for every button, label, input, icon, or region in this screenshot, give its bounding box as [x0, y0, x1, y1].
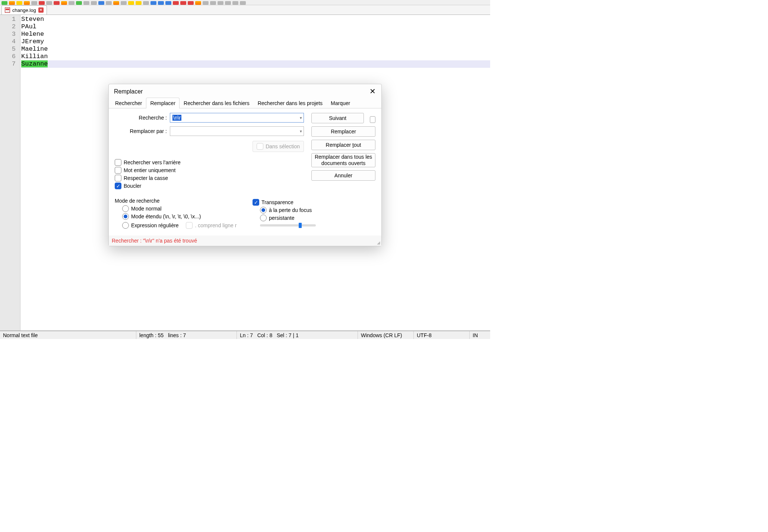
match-case-checkbox[interactable]: Respecter la casse: [115, 175, 304, 181]
replace-dialog: Remplacer ✕ RechercherRemplacerRecherche…: [108, 84, 382, 246]
toolbar-icon[interactable]: [158, 1, 164, 5]
transparency-group: Transparence à la perte du focus persist…: [253, 198, 375, 231]
checkbox-icon: [186, 222, 193, 229]
toolbar-icon[interactable]: [69, 1, 74, 5]
toolbar-icon[interactable]: [46, 1, 52, 5]
file-tab[interactable]: change.log ×: [1, 5, 47, 15]
replace-input[interactable]: ▾: [170, 126, 304, 136]
chevron-down-icon[interactable]: ▾: [300, 129, 302, 134]
checkbox-icon: [253, 199, 259, 206]
dialog-tabs: RechercherRemplacerRechercher dans les f…: [109, 98, 381, 108]
toolbar-icon[interactable]: [195, 1, 201, 5]
close-icon[interactable]: ✕: [369, 88, 376, 95]
editor-line[interactable]: Steven: [21, 16, 490, 23]
dialog-tab-rechercher[interactable]: Rechercher: [111, 98, 146, 108]
checkbox-icon: [115, 183, 121, 189]
replace-all-button[interactable]: Remplacer tout: [311, 140, 375, 150]
replace-button[interactable]: Remplacer: [311, 126, 375, 137]
dialog-status: Rechercher : "\n\r" n'a pas été trouvé ◢: [109, 235, 381, 246]
transparency-slider[interactable]: [260, 224, 316, 227]
checkbox-icon: [115, 175, 121, 181]
cancel-button[interactable]: Annuler: [311, 170, 375, 181]
radio-icon: [122, 205, 129, 212]
transparency-persistent-radio[interactable]: persistante: [260, 215, 375, 221]
toolbar-icon[interactable]: [240, 1, 246, 5]
dialog-tab-marquer[interactable]: Marquer: [327, 98, 354, 108]
toolbar-icon[interactable]: [210, 1, 216, 5]
toolbar-icon[interactable]: [136, 1, 142, 5]
dialog-body: Recherche : \n\r ▾ Remplacer par : ▾: [109, 108, 381, 235]
toolbar-icon[interactable]: [165, 1, 171, 5]
editor-line[interactable]: Helene: [21, 31, 490, 38]
dialog-header: Remplacer ✕: [109, 84, 381, 98]
find-next-button[interactable]: Suivant: [311, 113, 364, 123]
replace-all-docs-button[interactable]: Remplacer dans tous les documents ouvert…: [311, 153, 375, 167]
mode-regex-radio[interactable]: Expression régulière . comprend ligne r: [122, 221, 238, 230]
close-icon[interactable]: ×: [38, 7, 44, 13]
slider-thumb-icon[interactable]: [299, 223, 302, 228]
dialog-tab-rechercher-dans-les-projets[interactable]: Rechercher dans les projets: [254, 98, 327, 108]
chevron-down-icon[interactable]: ▾: [300, 115, 302, 120]
toolbar-icon[interactable]: [16, 1, 22, 5]
status-bar: Normal text file length : 55 lines : 7 L…: [0, 331, 490, 339]
dialog-tab-rechercher-dans-les-fichiers[interactable]: Rechercher dans les fichiers: [180, 98, 254, 108]
toolbar-icon[interactable]: [83, 1, 89, 5]
tab-filename: change.log: [12, 7, 36, 13]
search-value: \n\r: [172, 115, 181, 121]
search-mode-group: Mode de recherche Mode normal Mode étend…: [115, 198, 238, 231]
mode-extended-radio[interactable]: Mode étendu (\n, \r, \t, \0, \x...): [122, 213, 238, 220]
toolbar-icon[interactable]: [113, 1, 119, 5]
toolbar-icon[interactable]: [150, 1, 156, 5]
toolbar-icon[interactable]: [31, 1, 37, 5]
toolbar-icon[interactable]: [128, 1, 134, 5]
wrap-checkbox[interactable]: Boucler: [115, 183, 304, 189]
toolbar-icon[interactable]: [1, 1, 7, 5]
toolbar-icon[interactable]: [61, 1, 67, 5]
tab-bar: change.log ×: [0, 5, 490, 15]
toolbar-icon[interactable]: [232, 1, 238, 5]
toolbar-icon[interactable]: [225, 1, 231, 5]
editor-line[interactable]: Suzanne: [21, 60, 490, 68]
toolbar-icon[interactable]: [24, 1, 30, 5]
find-next-option-checkbox[interactable]: [370, 116, 375, 123]
editor-line[interactable]: JEremy: [21, 38, 490, 45]
transparency-focus-radio[interactable]: à la perte du focus: [260, 207, 375, 213]
toolbar-icon[interactable]: [54, 1, 60, 5]
toolbar-icon[interactable]: [188, 1, 194, 5]
search-mode-label: Mode de recherche: [115, 198, 238, 204]
status-encoding[interactable]: UTF-8: [413, 331, 469, 339]
toolbar-icon[interactable]: [106, 1, 112, 5]
radio-icon: [122, 222, 129, 229]
toolbar-icon[interactable]: [180, 1, 186, 5]
editor-line[interactable]: PAul: [21, 23, 490, 31]
toolbar-icon[interactable]: [173, 1, 179, 5]
toolbar-icon[interactable]: [39, 1, 45, 5]
toolbar-icon[interactable]: [76, 1, 82, 5]
status-filetype: Normal text file: [0, 331, 136, 339]
toolbar-icon[interactable]: [91, 1, 97, 5]
backward-checkbox[interactable]: Rechercher vers l'arrière: [115, 159, 304, 166]
replace-label: Remplacer par :: [115, 128, 167, 134]
toolbar-icon[interactable]: [143, 1, 149, 5]
radio-icon: [122, 213, 129, 220]
toolbar-icon[interactable]: [218, 1, 223, 5]
status-length: length : 55 lines : 7: [136, 331, 237, 339]
resize-grip-icon[interactable]: ◢: [377, 240, 380, 245]
checkbox-icon: [115, 159, 121, 166]
toolbar-icon[interactable]: [98, 1, 104, 5]
status-insert-mode[interactable]: IN: [469, 331, 490, 339]
checkbox-icon: [257, 143, 263, 150]
dialog-title: Remplacer: [114, 88, 143, 95]
dialog-tab-remplacer[interactable]: Remplacer: [146, 98, 180, 108]
toolbar-icon[interactable]: [121, 1, 127, 5]
whole-word-checkbox[interactable]: Mot entier uniquement: [115, 167, 304, 174]
transparency-checkbox[interactable]: Transparence: [253, 199, 375, 206]
editor-line[interactable]: Killian: [21, 53, 490, 60]
search-input[interactable]: \n\r ▾: [170, 113, 304, 123]
status-eol[interactable]: Windows (CR LF): [358, 331, 413, 339]
toolbar-icon[interactable]: [203, 1, 209, 5]
line-number-gutter: 1234567: [0, 15, 20, 330]
toolbar-icon[interactable]: [9, 1, 15, 5]
editor-line[interactable]: Maeline: [21, 45, 490, 53]
mode-normal-radio[interactable]: Mode normal: [122, 205, 238, 212]
